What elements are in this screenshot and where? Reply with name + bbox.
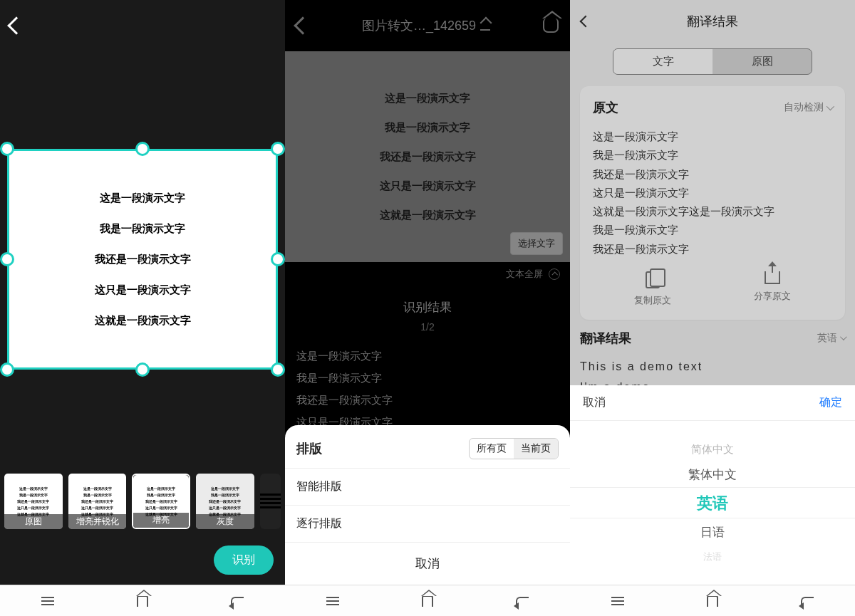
doc-line: 我是一段演示文字 xyxy=(385,121,470,135)
edit-icon[interactable] xyxy=(480,21,490,31)
doc-line: 这只是一段演示文字 xyxy=(380,179,476,193)
header xyxy=(0,0,285,51)
filter-label: 灰度 xyxy=(196,514,254,529)
nav-home-icon[interactable] xyxy=(707,595,718,607)
picker-ok-button[interactable]: 确定 xyxy=(819,395,842,410)
crop-filter-screen: 这是一段演示文字 我是一段演示文字 我还是一段演示文字 这只是一段演示文字 这就… xyxy=(0,0,285,616)
select-text-chip[interactable]: 选择文字 xyxy=(510,232,563,255)
filter-brighten-sharpen[interactable]: 这是一段演示文字我是一段演示文字我还是一段演示文字这只是一段演示文字这就是一段演… xyxy=(68,474,127,529)
modal-overlay: 取消 确定 简体中文 繁体中文 英语 日语 法语 xyxy=(570,0,855,585)
chevron-up-icon xyxy=(549,268,560,280)
page-title: 图片转文…_142659 xyxy=(362,17,490,34)
fullscreen-toggle[interactable]: 文本全屏 xyxy=(285,262,570,286)
crop-handle-tm[interactable] xyxy=(135,142,150,156)
nav-home-icon[interactable] xyxy=(137,595,148,607)
translation-screen: 翻译结果 文字 原图 原文 自动检测 这是一段演示文字 我是一段演示文字 我还是… xyxy=(570,0,855,616)
seg-current-page[interactable]: 当前页 xyxy=(514,439,558,459)
ocr-result-screen: 图片转文…_142659 这是一段演示文字 我是一段演示文字 我还是一段演示文字… xyxy=(285,0,570,616)
back-icon[interactable] xyxy=(7,16,25,34)
system-nav-bar xyxy=(285,585,570,616)
language-picker: 取消 确定 简体中文 繁体中文 英语 日语 法语 xyxy=(570,385,855,585)
crop-box[interactable]: 这是一段演示文字 我是一段演示文字 我还是一段演示文字 这只是一段演示文字 这就… xyxy=(7,149,278,370)
picker-option[interactable]: 简体中文 xyxy=(691,443,734,456)
filter-label: 增亮并锐化 xyxy=(68,514,127,529)
system-nav-bar xyxy=(0,585,285,616)
picker-wheel[interactable]: 简体中文 繁体中文 英语 日语 法语 xyxy=(570,421,855,585)
demo-line: 我还是一段演示文字 xyxy=(95,253,191,266)
crop-handle-tl[interactable] xyxy=(0,142,14,156)
seg-all-pages[interactable]: 所有页 xyxy=(470,439,514,459)
picker-option[interactable]: 法语 xyxy=(703,550,722,563)
crop-handle-mr[interactable] xyxy=(271,252,285,266)
action-row: 识别 xyxy=(0,535,285,585)
layout-option-smart[interactable]: 智能排版 xyxy=(285,468,570,505)
filter-original[interactable]: 这是一段演示文字我是一段演示文字我还是一段演示文字这只是一段演示文字这就是一段演… xyxy=(4,474,63,529)
results-title: 识别结果 xyxy=(296,299,559,315)
result-line: 这是一段演示文字 xyxy=(296,345,559,367)
nav-back-icon[interactable] xyxy=(516,597,529,605)
result-line: 我是一段演示文字 xyxy=(296,367,559,390)
filter-strip: 这是一段演示文字我是一段演示文字我还是一段演示文字这只是一段演示文字这就是一段演… xyxy=(0,467,285,535)
results-page: 1/2 xyxy=(296,321,559,333)
doc-line: 这就是一段演示文字 xyxy=(380,209,476,222)
demo-line: 这只是一段演示文字 xyxy=(95,283,191,297)
recognize-button[interactable]: 识别 xyxy=(214,545,274,575)
nav-menu-icon[interactable] xyxy=(611,597,624,605)
picker-option[interactable]: 繁体中文 xyxy=(688,466,737,483)
crop-handle-tr[interactable] xyxy=(271,142,285,156)
doc-line: 这是一段演示文字 xyxy=(385,92,470,105)
demo-line: 这是一段演示文字 xyxy=(100,192,185,205)
crop-handle-bm[interactable] xyxy=(135,362,150,377)
header: 图片转文…_142659 xyxy=(285,0,570,51)
crop-canvas: 这是一段演示文字 我是一段演示文字 我还是一段演示文字 这只是一段演示文字 这就… xyxy=(0,51,285,467)
system-nav-bar xyxy=(570,585,855,616)
picker-option[interactable]: 日语 xyxy=(700,524,725,541)
picker-cancel-button[interactable]: 取消 xyxy=(583,395,606,410)
nav-back-icon[interactable] xyxy=(801,597,814,605)
crop-handle-ml[interactable] xyxy=(0,252,14,266)
layout-sheet: 排版 所有页 当前页 智能排版 逐行排版 取消 xyxy=(285,425,570,585)
home-icon[interactable] xyxy=(543,19,559,33)
result-line: 我还是一段演示文字 xyxy=(296,390,559,412)
sheet-cancel-button[interactable]: 取消 xyxy=(285,542,570,585)
doc-line: 我还是一段演示文字 xyxy=(380,150,476,164)
crop-handle-br[interactable] xyxy=(271,362,285,377)
page-scope-segment[interactable]: 所有页 当前页 xyxy=(469,438,559,459)
nav-menu-icon[interactable] xyxy=(326,597,339,605)
layout-option-linebyline[interactable]: 逐行排版 xyxy=(285,505,570,542)
nav-back-icon[interactable] xyxy=(231,597,244,605)
back-icon[interactable] xyxy=(294,16,311,34)
filter-extra[interactable] xyxy=(260,474,281,529)
filter-brighten[interactable]: 这是一段演示文字我是一段演示文字我还是一段演示文字这只是一段演示文字这就是一段演… xyxy=(132,474,190,529)
crop-handle-bl[interactable] xyxy=(0,362,14,377)
filter-label: 原图 xyxy=(4,514,63,529)
filter-grayscale[interactable]: 这是一段演示文字我是一段演示文字我还是一段演示文字这只是一段演示文字这就是一段演… xyxy=(196,474,254,529)
demo-line: 这就是一段演示文字 xyxy=(95,314,191,328)
sheet-title: 排版 xyxy=(296,440,322,457)
nav-menu-icon[interactable] xyxy=(41,597,54,605)
filter-label: 增亮 xyxy=(133,513,189,528)
demo-line: 我是一段演示文字 xyxy=(100,222,185,236)
document-preview: 这是一段演示文字 我是一段演示文字 我还是一段演示文字 这只是一段演示文字 这就… xyxy=(285,51,570,262)
nav-home-icon[interactable] xyxy=(422,595,433,607)
